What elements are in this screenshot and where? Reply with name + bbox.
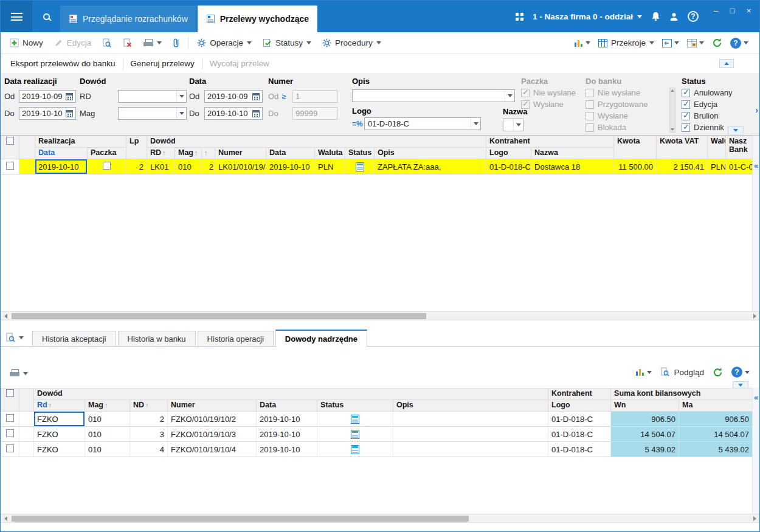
do-banku-option[interactable]: Przygotowane [586, 100, 666, 109]
col-header-mag[interactable]: Mag↑ [175, 148, 202, 159]
col-header-opis[interactable]: Opis [393, 400, 548, 412]
bottom-print-button[interactable] [5, 367, 32, 380]
apps-grid-icon[interactable] [516, 13, 523, 21]
col-header-kwota-vat[interactable]: Kwota VAT [657, 136, 708, 159]
cell-nd[interactable]: 3 [130, 427, 168, 442]
cell-numer[interactable]: LK01/010/19/2 [215, 159, 266, 174]
checkbox[interactable] [586, 100, 594, 109]
cell-mag[interactable]: 010 [85, 442, 130, 457]
row-select-cell[interactable] [1, 427, 19, 442]
select-all-header[interactable] [1, 389, 19, 412]
paczka-option[interactable]: Wysłane [521, 100, 582, 109]
dowod-rd-select[interactable] [118, 90, 187, 103]
cell-mag[interactable]: 010 [85, 412, 130, 427]
calendar-icon[interactable] [252, 110, 260, 117]
navigate-back-button[interactable] [662, 39, 679, 47]
select-all-header[interactable] [1, 136, 19, 159]
checkbox[interactable] [682, 112, 690, 120]
col-header-nd[interactable]: ↑ [202, 148, 215, 159]
group-header-suma[interactable]: Suma kont bilansowych [611, 389, 753, 400]
dowod-mag-select[interactable] [118, 107, 187, 120]
col-header-numer[interactable]: Numer [168, 400, 257, 412]
cell-rd[interactable]: FZKO [34, 442, 85, 457]
cell-status[interactable] [345, 159, 375, 174]
checkbox[interactable] [682, 123, 690, 132]
col-header-opis[interactable]: Opis [375, 148, 486, 159]
col-header-nasz-bank[interactable]: Nasz Bank [726, 136, 754, 159]
statuses-menu-button[interactable]: Statusy [258, 36, 316, 50]
col-header-nd[interactable]: ND↑ [130, 400, 168, 412]
calendar-icon[interactable] [252, 93, 260, 100]
checkbox[interactable] [586, 89, 594, 97]
cell-logo[interactable]: 01-D-018-C [548, 427, 611, 442]
tab-historia-akceptacji[interactable]: Historia akceptacji [32, 331, 116, 346]
col-header-wn[interactable]: Wn [611, 400, 679, 412]
cell-opis[interactable] [393, 412, 548, 427]
help-button[interactable]: ? [730, 38, 748, 49]
maximize-button[interactable]: □ [724, 3, 741, 18]
cell-paczka[interactable] [88, 159, 126, 174]
tab-przelewy-wychodzace[interactable]: Przelewy wychodzące [198, 5, 317, 32]
filter-panel-collapse-button[interactable] [719, 59, 734, 68]
cell-ma[interactable]: 5 439.02 [679, 442, 753, 457]
procedures-menu-button[interactable]: Procedury [318, 36, 385, 50]
global-search-button[interactable] [32, 1, 60, 32]
scroll-left-button[interactable] [1, 514, 10, 522]
document-preview-button[interactable] [98, 36, 116, 50]
cell-rd[interactable]: FZKO [34, 427, 85, 442]
user-profile-icon[interactable] [669, 12, 679, 21]
cell-status[interactable] [317, 427, 393, 442]
cell-numer[interactable]: FZKO/010/19/10/4 [168, 442, 257, 457]
col-header-rd[interactable]: RD↑ [147, 148, 175, 159]
cell-kwota-vat[interactable]: 2 150.41 [657, 159, 708, 174]
withdraw-transfer-button[interactable]: Wycofaj przelew [202, 59, 277, 68]
data-od-input[interactable]: 2019-10-09 [204, 90, 263, 103]
export-transfers-button[interactable]: Eksport przelewów do banku [3, 59, 123, 68]
cell-data[interactable]: 2019-10-10 [257, 427, 317, 442]
scroll-right-button[interactable] [750, 312, 759, 320]
col-header-data2[interactable]: Data [266, 148, 315, 159]
checkbox[interactable] [521, 100, 530, 109]
opis-select[interactable] [352, 89, 515, 102]
preview-button[interactable]: Podgląd [660, 367, 704, 377]
data-realizacji-od-input[interactable]: 2019-10-09 [19, 90, 76, 103]
group-header-kontrahent[interactable]: Kontrahent [486, 136, 614, 148]
bottom-grid-hscrollbar[interactable] [1, 514, 759, 523]
checkbox[interactable] [6, 429, 14, 437]
checkbox[interactable] [682, 89, 690, 97]
grid-settings-button[interactable] [687, 39, 704, 47]
tab-historia-w-banku[interactable]: Historia w banku [118, 331, 196, 346]
sections-button[interactable]: Przekroje [598, 38, 654, 47]
cell-numer[interactable]: FZKO/010/19/10/3 [168, 427, 257, 442]
scroll-up-icon[interactable] [671, 89, 674, 92]
cell-waluta[interactable]: PLN [315, 159, 345, 174]
bottom-chart-button[interactable] [635, 368, 652, 376]
preview-panel-button[interactable] [5, 333, 24, 343]
col-header-data[interactable]: Data [35, 148, 88, 159]
document-row[interactable]: FZKO 010 4 FZKO/010/19/10/4 2019-10-10 0… [1, 442, 753, 457]
generate-transfers-button[interactable]: Generuj przelewy [123, 59, 202, 68]
filter-panel-expand-right-button[interactable]: › [755, 105, 758, 115]
data-realizacji-do-input[interactable]: 2019-10-10 [19, 107, 76, 120]
do-banku-scrollbar[interactable] [669, 88, 675, 133]
edit-button[interactable]: Edycja [50, 36, 96, 50]
scroll-left-button[interactable] [1, 312, 10, 320]
cell-wn[interactable]: 906.50 [611, 412, 679, 427]
col-header-waluta[interactable]: Waluta [315, 148, 345, 159]
col-header-status[interactable]: Status [317, 400, 393, 412]
group-header-realizacja[interactable]: Realizacja [35, 136, 126, 148]
company-selector[interactable]: 1 - Nasza firma 0 - oddział [533, 12, 642, 21]
do-banku-option[interactable]: Nie wysłane [586, 88, 666, 97]
logo-select[interactable]: 01-D-018-C [364, 117, 481, 130]
col-header-rd[interactable]: Rd↑ [34, 400, 85, 412]
cell-walut[interactable]: PLN [708, 159, 726, 174]
cell-lp[interactable]: 2 [126, 159, 147, 174]
cell-data[interactable]: 2019-10-10 [257, 412, 317, 427]
row-select-cell[interactable] [1, 159, 19, 174]
col-header-logo[interactable]: Logo [486, 148, 531, 159]
checkbox[interactable] [6, 137, 14, 145]
group-header-dowod[interactable]: Dowód [34, 389, 548, 400]
collapse-right-panel-button[interactable]: « [754, 161, 758, 170]
cell-bank[interactable]: 01-C-00- [726, 159, 754, 174]
checkbox[interactable] [6, 444, 14, 452]
